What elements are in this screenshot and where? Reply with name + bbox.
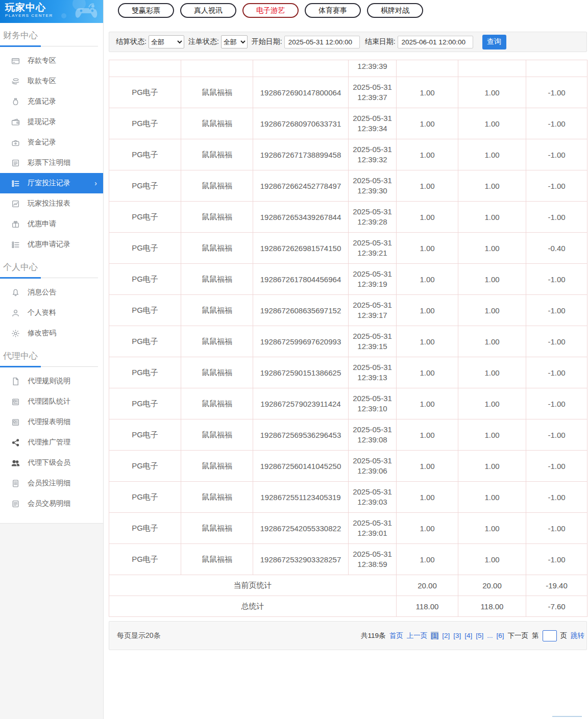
nav-button-棋牌对战[interactable]: 棋牌对战 — [367, 3, 423, 18]
table-row: PG电子 鼠鼠福福 1928672551123405319 2025-05-31… — [109, 482, 587, 513]
sidebar-item-代理下级会员[interactable]: 代理下级会员 › — [0, 453, 103, 473]
bet-cell: 1.00 — [397, 202, 458, 233]
sidebar-item-label: 个人资料 — [28, 308, 56, 317]
sidebar-item-代理推广管理[interactable]: 代理推广管理 › — [0, 432, 103, 453]
bet-cell: 1.00 — [397, 326, 458, 357]
sidebar-item-会员交易明细[interactable]: 会员交易明细 › — [0, 493, 103, 514]
order-no-cell: 1928672542055330822 — [253, 513, 349, 544]
page-summary-win-loss: -19.40 — [526, 575, 587, 596]
bet-records-table: 12:39:39 PG电子 鼠鼠福福 1928672690147800064 2… — [109, 60, 587, 617]
order-no-cell: 1928672662452778497 — [253, 170, 349, 202]
search-button[interactable]: 查询 — [482, 35, 506, 49]
settle-status-select[interactable]: 全部 — [149, 35, 184, 48]
section-divider — [0, 277, 98, 278]
promo-apply-record-icon — [11, 240, 20, 249]
page-link-3[interactable]: [3] — [453, 632, 461, 639]
table-row: PG电子 鼠鼠福福 1928672579023911424 2025-05-31… — [109, 388, 587, 419]
page-link-2[interactable]: [2] — [442, 632, 450, 639]
valid-bet-cell: 1.00 — [458, 233, 526, 264]
goto-button[interactable]: 跳转 — [571, 631, 584, 640]
start-date-input[interactable] — [284, 36, 360, 48]
valid-bet-cell: 1.00 — [458, 326, 526, 357]
goto-prefix: 第 — [532, 631, 539, 640]
goto-page-input[interactable] — [543, 630, 557, 641]
page-link-6[interactable]: [6] — [496, 632, 504, 639]
nav-button-体育赛事[interactable]: 体育赛事 — [305, 3, 361, 18]
sidebar-item-玩家投注报表[interactable]: 玩家投注报表 › — [0, 193, 103, 214]
sidebar-item-代理规则说明[interactable]: 代理规则说明 › — [0, 371, 103, 391]
sidebar-item-存款专区[interactable]: 存款专区 › — [0, 51, 103, 71]
page-summary-bet: 20.00 — [397, 575, 458, 596]
nav-button-雙赢彩票[interactable]: 雙赢彩票 — [118, 3, 174, 18]
filter-bar: 结算状态: 全部 注单状态: 全部 开始日期: 结束日期: 查询 — [109, 32, 587, 52]
share-icon — [11, 438, 20, 447]
sidebar-item-厅室投注记录[interactable]: 厅室投注记录 › — [0, 173, 103, 193]
sidebar-item-会员投注明细[interactable]: 会员投注明细 › — [0, 473, 103, 493]
next-page-link[interactable]: 下一页 — [508, 631, 529, 640]
page-summary-valid-bet: 20.00 — [458, 575, 526, 596]
order-no-cell: 1928672532903328257 — [253, 544, 349, 575]
end-date-input[interactable] — [398, 36, 473, 48]
order-no-cell: 1928672671738899458 — [253, 139, 349, 170]
sidebar-item-代理报表明细[interactable]: 代理报表明细 › — [0, 412, 103, 432]
nav-button-真人视讯[interactable]: 真人视讯 — [180, 3, 236, 18]
first-page-link[interactable]: 首页 — [389, 631, 403, 640]
bet-cell: 1.00 — [397, 357, 458, 388]
table-row-partial: 12:39:39 — [109, 60, 587, 77]
bet-cell: 1.00 — [397, 388, 458, 419]
platform-cell: PG电子 — [109, 419, 181, 451]
win-loss-cell: -1.00 — [526, 295, 587, 326]
page-link-4[interactable]: [4] — [464, 632, 472, 639]
sidebar-item-消息公告[interactable]: 消息公告 › — [0, 282, 103, 303]
time-cell: 2025-05-3112:39:28 — [349, 202, 397, 233]
pagination-bar: 每页显示20条 共119条 首页 上一页 [1][2][3][4][5]...[… — [109, 621, 587, 650]
platform-cell: PG电子 — [109, 388, 181, 419]
sidebar-item-资金记录[interactable]: 资金记录 › — [0, 132, 103, 153]
sidebar-item-label: 资金记录 — [28, 138, 56, 147]
page-ellipsis: ... — [487, 632, 493, 639]
platform-cell: PG电子 — [109, 544, 181, 575]
recharge-record-icon — [11, 97, 20, 106]
sidebar-item-充值记录[interactable]: 充值记录 › — [0, 91, 103, 112]
sidebar-item-修改密码[interactable]: 修改密码 › — [0, 323, 103, 343]
order-no-cell: 1928672626981574150 — [253, 233, 349, 264]
platform-cell: PG电子 — [109, 108, 181, 139]
sidebar-item-彩票下注明细[interactable]: 彩票下注明细 › — [0, 153, 103, 173]
table-row: PG电子 鼠鼠福福 1928672680970633731 2025-05-31… — [109, 108, 587, 139]
table-row: PG电子 鼠鼠福福 1928672532903328257 2025-05-31… — [109, 544, 587, 575]
win-loss-cell: -1.00 — [526, 326, 587, 357]
sidebar-item-优惠申请记录[interactable]: 优惠申请记录 › — [0, 234, 103, 255]
time-cell: 2025-05-3112:39:34 — [349, 108, 397, 139]
order-no-cell: 1928672599697620993 — [253, 326, 349, 357]
page-link-5[interactable]: [5] — [476, 632, 483, 639]
platform-cell: PG电子 — [109, 295, 181, 326]
bet-cell: 1.00 — [397, 544, 458, 575]
game-cell: 鼠鼠福福 — [181, 326, 253, 357]
valid-bet-cell: 1.00 — [458, 451, 526, 482]
win-loss-cell: -1.00 — [526, 139, 587, 170]
sidebar-item-提现记录[interactable]: 提现记录 › — [0, 112, 103, 132]
section-divider — [0, 45, 98, 46]
valid-bet-cell: 1.00 — [458, 108, 526, 139]
scrollbar-fragment[interactable] — [552, 716, 582, 717]
promo-apply-icon — [11, 220, 20, 229]
sidebar-item-label: 会员投注明细 — [28, 479, 70, 488]
sidebar-nav: 财务中心 存款专区 › 取款专区 › 充值记录 › 提现记录 › 资金记录 › … — [0, 23, 103, 524]
top-nav: 雙赢彩票真人视讯电子游艺体育赛事棋牌对战 — [109, 0, 588, 20]
sidebar-item-label: 彩票下注明细 — [28, 158, 70, 167]
bet-cell: 1.00 — [397, 233, 458, 264]
nav-button-电子游艺[interactable]: 电子游艺 — [242, 3, 299, 18]
order-status-select[interactable]: 全部 — [221, 35, 248, 48]
order-no-cell: 1928672653439267844 — [253, 202, 349, 233]
sidebar-item-优惠申请[interactable]: 优惠申请 › — [0, 214, 103, 234]
sidebar-item-取款专区[interactable]: 取款专区 › — [0, 71, 103, 91]
page-link-1[interactable]: [1] — [431, 632, 438, 639]
platform-cell: PG电子 — [109, 482, 181, 513]
order-no-cell: 1928672617804456964 — [253, 264, 349, 295]
win-loss-cell: -1.00 — [526, 513, 587, 544]
section-title: 代理中心 — [0, 343, 103, 365]
bet-table-body: 12:39:39 PG电子 鼠鼠福福 1928672690147800064 2… — [109, 60, 587, 575]
sidebar-item-个人资料[interactable]: 个人资料 › — [0, 303, 103, 323]
sidebar-item-代理团队统计[interactable]: 代理团队统计 › — [0, 391, 103, 412]
prev-page-link[interactable]: 上一页 — [407, 631, 428, 640]
